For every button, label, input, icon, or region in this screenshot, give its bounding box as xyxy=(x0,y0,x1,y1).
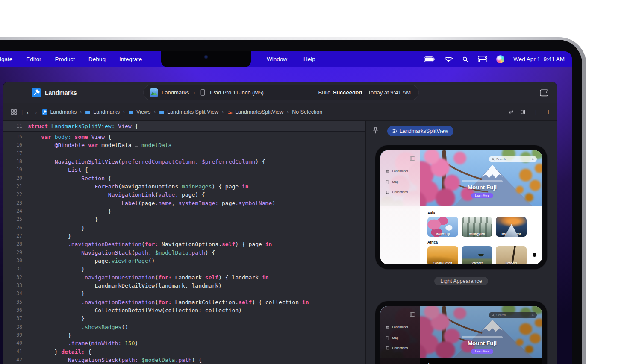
related-items-icon[interactable] xyxy=(10,109,18,116)
hero-labels: Mount FujiLearn More xyxy=(453,180,511,198)
breadcrumb-item[interactable]: Landmarks Split View xyxy=(159,109,218,115)
spotlight-icon[interactable] xyxy=(462,56,469,63)
control-center-icon[interactable] xyxy=(478,56,487,62)
card-label: Mount Everest xyxy=(496,232,527,235)
menu-product[interactable]: Product xyxy=(48,51,82,67)
breadcrumb-label: Landmarks xyxy=(93,109,120,115)
section-heading: Asia xyxy=(427,362,542,364)
line-number: 24 xyxy=(3,207,22,215)
sidebar-item-collections[interactable]: Collections xyxy=(386,190,420,194)
building-icon xyxy=(386,169,390,173)
eye-icon xyxy=(391,128,397,134)
breadcrumb-item[interactable]: No Selection xyxy=(292,109,322,115)
wifi-icon[interactable] xyxy=(444,56,453,62)
map-icon xyxy=(386,336,390,340)
card-label: Mount Fuji xyxy=(427,232,458,235)
preview-canvas: LandmarksSplitView Mount FujiLearn MoreA xyxy=(366,121,557,364)
xcode-window: Landmarks Landmarks › iPad Pro 11-inch (… xyxy=(3,82,557,364)
breadcrumb-item[interactable]: LandmarksSplitView xyxy=(227,109,283,115)
landmark-card[interactable]: Serengeti xyxy=(462,246,492,264)
hero-labels: Mount FujiLearn More xyxy=(453,336,511,354)
landmark-card[interactable]: Wulingyuan xyxy=(462,217,492,237)
code-line: 34 } xyxy=(3,290,365,298)
code-line: 25 } xyxy=(3,215,365,223)
learn-more-button[interactable]: Learn More xyxy=(471,193,493,198)
pin-preview-button[interactable] xyxy=(372,126,379,134)
menu-integrate[interactable]: Integrate xyxy=(112,51,149,67)
code-text: ForEach(NavigationOptions.mainPages) { p… xyxy=(22,182,249,191)
sidebar-item-landmarks[interactable]: Landmarks xyxy=(386,169,420,173)
breadcrumb-label: Landmarks xyxy=(50,109,77,115)
hero-caption xyxy=(462,180,503,182)
sidebar-item-label: Landmarks xyxy=(392,325,408,329)
search-field[interactable]: Search xyxy=(489,156,537,162)
ipad-device-icon xyxy=(199,89,206,96)
code-line: 18 NavigationSplitView(preferredCompactC… xyxy=(3,158,365,166)
back-button[interactable]: ‹ xyxy=(27,109,29,116)
hero-caption xyxy=(462,336,503,338)
folder-icon xyxy=(85,109,91,115)
menu-editor[interactable]: Editor xyxy=(19,51,48,67)
run-destination-pill[interactable]: Landmarks › iPad Pro 11-inch (M5) Build … xyxy=(143,85,419,100)
scheme-name[interactable]: Landmarks xyxy=(162,89,189,96)
add-editor-button[interactable]: + xyxy=(546,108,551,116)
code-review-icon[interactable] xyxy=(508,109,514,115)
scheme-destination[interactable]: Landmarks › iPad Pro 11-inch (M5) xyxy=(144,88,264,97)
sidebar-toggle-icon[interactable] xyxy=(409,311,415,317)
editor-options-button[interactable] xyxy=(537,85,551,100)
breadcrumb-item[interactable]: Views xyxy=(128,109,150,115)
code-text: NavigationStack(path: $modelData.path) { xyxy=(22,249,215,257)
build-time: Today at 9:41 AM xyxy=(368,89,411,96)
sidebar-item-landmarks[interactable]: Landmarks xyxy=(386,325,420,329)
landmark-card[interactable]: Mount Everest xyxy=(496,217,527,237)
breadcrumb-item[interactable]: Landmarks xyxy=(85,109,120,115)
destination-name[interactable]: iPad Pro 11-inch (M5) xyxy=(210,89,263,96)
code-line: 26 } xyxy=(3,224,365,232)
code-text: } detail: { xyxy=(22,348,91,356)
breadcrumb-separator: › xyxy=(154,109,156,115)
breadcrumb-separator: › xyxy=(287,109,289,115)
preview-name-pill[interactable]: LandmarksSplitView xyxy=(387,126,453,136)
landmark-card[interactable]: Deadvlei xyxy=(496,246,527,264)
card-label: Sahara Desert xyxy=(427,261,458,264)
line-number: 20 xyxy=(3,174,22,182)
card-row: Mount FujiWulingyuanMount Everest xyxy=(427,217,542,237)
breadcrumb-item[interactable]: Landmarks xyxy=(42,109,77,115)
hammer-icon xyxy=(42,109,47,115)
menu-help[interactable]: Help xyxy=(297,51,322,67)
sidebar-toggle-icon[interactable] xyxy=(409,156,415,161)
code-line: 23 Label(page.name, systemImage: page.sy… xyxy=(3,199,365,207)
landmark-card[interactable]: Mount Fuji xyxy=(427,217,458,237)
facetime-camera xyxy=(204,55,208,59)
sidebar-item-map[interactable]: Map xyxy=(386,180,420,184)
code-line: 27 } xyxy=(3,232,365,240)
code-line: 28 .navigationDestination(for: Navigatio… xyxy=(3,240,365,248)
menu-bar-clock[interactable]: Wed Apr 1 9:41 AM xyxy=(513,56,565,62)
learn-more-button[interactable]: Learn More xyxy=(471,349,493,354)
forward-button[interactable]: › xyxy=(35,109,37,116)
menu-navigate[interactable]: Navigate xyxy=(0,51,19,67)
battery-icon[interactable] xyxy=(424,56,435,62)
landmark-card[interactable]: Sahara Desert xyxy=(427,246,458,264)
code-text: .navigationDestination(for: Landmark.sel… xyxy=(22,273,269,282)
preview-device-dark[interactable]: Mount FujiLearn MoreAsiaMount FujiWuling… xyxy=(375,301,547,364)
code-line: 20 Section { xyxy=(3,174,365,182)
sidebar-item-collections[interactable]: Collections xyxy=(386,346,420,350)
menu-debug[interactable]: Debug xyxy=(82,51,112,67)
code-line: 30 page.viewForPage() xyxy=(3,257,365,265)
menu-window[interactable]: Window xyxy=(260,51,294,67)
code-text: .frame(minWidth: 150) xyxy=(22,339,138,347)
preview-device-light[interactable]: Mount FujiLearn MoreAsiaMount FujiWuling… xyxy=(375,145,547,269)
source-editor[interactable]: 11struct LandmarksSplitView: View {15 va… xyxy=(3,121,365,364)
search-placeholder: Search xyxy=(496,314,506,317)
search-field[interactable]: Search xyxy=(489,312,537,318)
siri-icon[interactable] xyxy=(496,55,504,63)
code-line: 16 @Bindable var modelData = modelData xyxy=(3,141,365,149)
sidebar-item-map[interactable]: Map xyxy=(386,336,420,340)
activity-view[interactable]: Build Succeeded | Today at 9:41 AM xyxy=(318,89,418,96)
code-text: } xyxy=(22,232,71,240)
line-number: 31 xyxy=(3,265,22,273)
section-heading: Asia xyxy=(427,211,542,215)
minimap-options-icon[interactable] xyxy=(520,109,526,115)
breadcrumb-label: LandmarksSplitView xyxy=(235,109,283,115)
